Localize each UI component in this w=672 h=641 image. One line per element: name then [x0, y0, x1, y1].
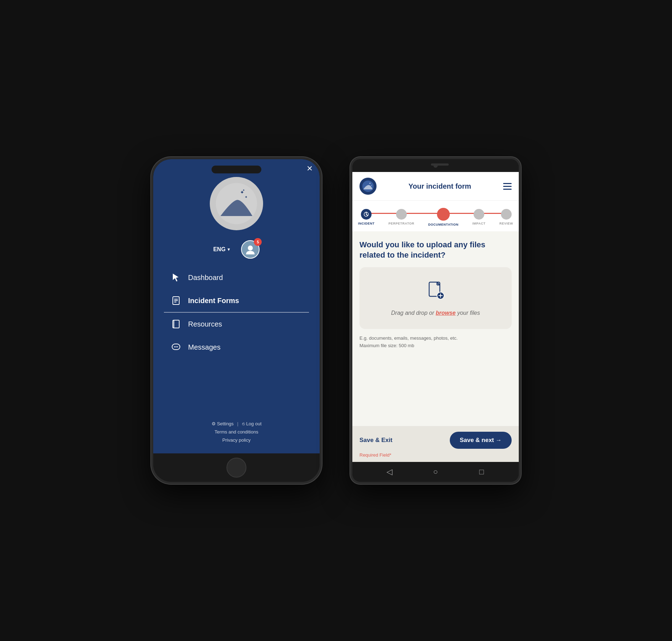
app-header: ✦ ✦ Your incident form — [352, 172, 519, 201]
hint-line-1: E.g. documents, emails, messages, photos… — [359, 335, 512, 342]
step-review[interactable]: REVIEW — [499, 209, 513, 225]
language-selector[interactable]: ENG ▾ — [213, 246, 230, 253]
sidebar-item-dashboard[interactable]: Dashboard — [164, 266, 309, 289]
step-circle-impact — [474, 209, 484, 220]
notification-badge: 5 — [254, 238, 262, 246]
language-label: ENG — [213, 246, 226, 253]
browse-link[interactable]: browse — [436, 310, 455, 316]
app-title: Your incident form — [377, 182, 503, 190]
logo-area: ✦ ✦ ✦ — [153, 159, 320, 230]
logout-icon: ⎋ — [242, 421, 245, 426]
nav-label-resources: Resources — [188, 320, 222, 328]
upload-question: Would you like to upload any files relat… — [359, 240, 512, 260]
svg-point-5 — [248, 246, 253, 251]
android-screen: ✦ ✦ Your incident form — [352, 172, 519, 462]
step-circle-documentation — [437, 208, 450, 221]
upload-instructions: Drag and drop or browse your files — [391, 310, 480, 316]
cursor-icon — [171, 273, 181, 282]
android-bottom-bar: ◁ ○ □ — [352, 462, 519, 482]
files-text: your files — [455, 310, 480, 316]
android-top-bar — [352, 159, 519, 172]
save-next-button[interactable]: Save & next → — [450, 432, 512, 449]
svg-point-12 — [176, 346, 177, 348]
logout-link[interactable]: ⎋ Log out — [242, 421, 262, 426]
settings-link[interactable]: ⚙ Settings — [212, 421, 234, 426]
hamburger-line-1 — [503, 183, 512, 184]
close-button-area[interactable]: × — [307, 163, 313, 174]
nav-label-dashboard: Dashboard — [188, 274, 223, 282]
nav-label-incident-forms: Incident Forms — [188, 297, 239, 305]
progress-stepper: INCIDENT PERPETRATOR DOCUMENTATION IMPAC… — [352, 201, 519, 231]
step-label-incident: INCIDENT — [358, 222, 375, 225]
iphone-screen: × ✦ ✦ ✦ ENG ▾ — [153, 159, 320, 453]
app-logo: ✦ ✦ ✦ — [210, 177, 263, 230]
main-navigation: Dashboard Incident Forms — [153, 266, 320, 359]
user-bar: ENG ▾ 5 — [153, 240, 320, 259]
close-icon[interactable]: × — [307, 163, 313, 174]
iphone-device: × ✦ ✦ ✦ ENG ▾ — [151, 157, 322, 484]
android-back-button[interactable]: ◁ — [383, 465, 396, 478]
sidebar-item-resources[interactable]: Resources — [164, 313, 309, 336]
stepper-steps: INCIDENT PERPETRATOR DOCUMENTATION IMPAC… — [358, 208, 513, 226]
chat-icon — [171, 342, 181, 352]
step-perpetrator[interactable]: PERPETRATOR — [389, 209, 415, 225]
svg-point-13 — [177, 346, 178, 348]
required-field-label: Required Field* — [359, 452, 512, 458]
app-logo: ✦ ✦ — [359, 178, 377, 195]
android-home-button[interactable]: ○ — [429, 465, 442, 478]
document-icon — [171, 296, 181, 306]
settings-icon: ⚙ — [212, 421, 216, 426]
step-label-review: REVIEW — [499, 222, 513, 225]
android-device: ✦ ✦ Your incident form — [350, 157, 521, 484]
step-incident[interactable]: INCIDENT — [358, 209, 375, 225]
speaker — [431, 163, 449, 166]
main-content: Would you like to upload any files relat… — [352, 231, 519, 358]
footer-row-1: ⚙ Settings | ⎋ Log out — [212, 421, 262, 426]
step-circle-review — [501, 209, 512, 220]
chevron-down-icon: ▾ — [228, 247, 230, 252]
terms-link[interactable]: Terms and conditions — [215, 429, 258, 435]
home-button[interactable] — [226, 458, 246, 478]
step-label-perpetrator: PERPETRATOR — [389, 222, 415, 225]
app-footer: Save & Exit Save & next → Required Field… — [352, 426, 519, 462]
privacy-link[interactable]: Privacy policy — [222, 437, 250, 443]
upload-dropzone[interactable]: Drag and drop or browse your files — [359, 267, 512, 329]
footer-buttons: Save & Exit Save & next → — [359, 432, 512, 449]
book-icon — [171, 319, 181, 329]
hamburger-menu-button[interactable] — [503, 183, 512, 190]
hint-line-2: Maximum file size: 500 mb — [359, 342, 512, 350]
footer-row-2: Terms and conditions — [215, 429, 258, 435]
step-circle-incident — [361, 209, 372, 220]
hamburger-line-3 — [503, 189, 512, 190]
file-hint: E.g. documents, emails, messages, photos… — [359, 335, 512, 350]
footer-row-3: Privacy policy — [222, 437, 250, 443]
step-label-impact: IMPACT — [473, 222, 486, 225]
nav-label-messages: Messages — [188, 343, 220, 351]
drag-drop-text: Drag and drop or — [391, 310, 436, 316]
svg-point-11 — [174, 346, 175, 348]
step-impact[interactable]: IMPACT — [473, 209, 486, 225]
iphone-bottom-bar — [153, 453, 320, 482]
step-label-documentation: DOCUMENTATION — [428, 223, 458, 226]
upload-file-icon — [424, 280, 447, 304]
step-circle-perpetrator — [396, 209, 407, 220]
svg-text:✦: ✦ — [245, 195, 247, 199]
save-exit-button[interactable]: Save & Exit — [359, 437, 393, 444]
sidebar-item-messages[interactable]: Messages — [164, 336, 309, 359]
android-recent-button[interactable]: □ — [475, 465, 488, 478]
sidebar-item-incident-forms[interactable]: Incident Forms — [164, 289, 309, 313]
hamburger-line-2 — [503, 186, 512, 187]
step-documentation[interactable]: DOCUMENTATION — [428, 208, 458, 226]
svg-text:✦: ✦ — [242, 189, 245, 192]
iphone-footer: ⚙ Settings | ⎋ Log out Terms and conditi… — [153, 421, 320, 443]
footer-separator: | — [237, 421, 238, 426]
avatar-container[interactable]: 5 — [241, 240, 260, 259]
